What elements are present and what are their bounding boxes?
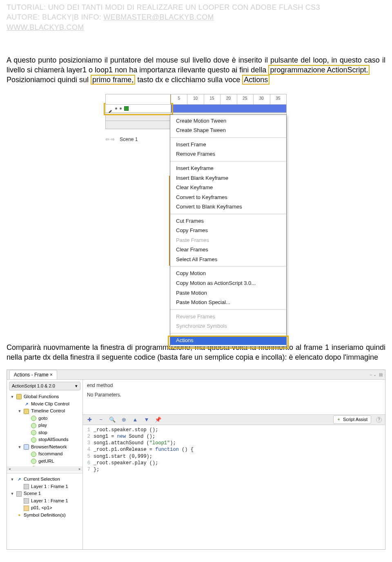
actionscript-version-select[interactable]: ActionScript 1.0 & 2.0 ▾ <box>9 382 80 390</box>
find-icon[interactable]: 🔍 <box>109 416 116 423</box>
context-menu-item[interactable]: Insert Frame <box>170 140 286 150</box>
arrow-icon: ↗ <box>24 401 29 407</box>
figure-timeline-context-menu: 5 10 15 20 25 30 35 <box>105 94 287 146</box>
paragraph-1: A questo punto posizioniamo il puntatore… <box>7 55 385 85</box>
highlight-actions: Actions <box>242 75 270 85</box>
context-menu-item[interactable]: Copy Frames <box>170 226 286 235</box>
scrollbar-horizontal[interactable]: ◂▸ <box>7 466 82 471</box>
info-no-parameters: No Parameters. <box>83 390 385 414</box>
down-icon[interactable]: ▼ <box>143 416 150 423</box>
header-site-link[interactable]: WWW.BLACKYB.COM <box>7 23 84 31</box>
pencil-icon <box>108 106 113 111</box>
context-menu-item[interactable]: Create Motion Tween <box>170 116 286 126</box>
context-menu-item[interactable]: Select All Frames <box>170 255 286 264</box>
tree-item[interactable]: stopAllSounds <box>9 436 81 443</box>
arrow-icon: ↗ <box>16 477 22 482</box>
help-icon[interactable]: ? <box>376 417 382 423</box>
context-menu-item[interactable]: Cut Frames <box>170 216 286 226</box>
figure-actions-panel: Actions - Frame × – ⌄ ▤ ActionScript 1.0… <box>7 369 385 549</box>
clap-icon <box>24 498 29 504</box>
doc-header: TUTORIAL: UNO DEI TANTI MODI DI REALIZZA… <box>7 2 385 32</box>
book-icon <box>16 394 22 399</box>
actions-left-column: ActionScript 1.0 & 2.0 ▾ ▼Global Functio… <box>7 380 83 549</box>
fn-icon <box>31 459 36 464</box>
fn-icon <box>31 452 36 457</box>
panel-menu-icon[interactable]: ▤ <box>379 372 383 378</box>
stage-area <box>105 176 170 266</box>
header-line1: TUTORIAL: UNO DEI TANTI MODI DI REALIZZA… <box>7 2 385 12</box>
fn-icon <box>31 430 36 435</box>
context-menu-item[interactable]: Convert to Keyframes <box>170 193 286 202</box>
scene-nav-icons: ⇦ ⇨ <box>105 136 115 143</box>
tree-item[interactable]: ▼Scene 1 <box>9 490 81 497</box>
timeline-frames-selected[interactable] <box>171 105 287 113</box>
script-assist-button[interactable]: ✦ Script Assist <box>333 415 371 424</box>
tree-item[interactable]: stop <box>9 429 81 437</box>
highlight-actionscript: programmazione ActionScript. <box>268 65 370 75</box>
context-menu-item[interactable]: Clear Frames <box>170 245 286 255</box>
color-chip-icon <box>124 106 129 111</box>
fn-icon <box>31 437 36 443</box>
tree-item[interactable]: ▼Browser/Network <box>9 443 81 451</box>
context-menu-item[interactable]: Remove Frames <box>170 149 286 159</box>
tree-item[interactable]: ▼↗Current Selection <box>9 476 81 483</box>
tree-item[interactable]: fscommand <box>9 450 81 458</box>
panel-collapse-icon[interactable]: – ⌄ <box>370 372 376 378</box>
tree-item[interactable]: p01, <p1> <box>9 504 81 512</box>
tree-item[interactable]: ✦Symbol Definition(s) <box>9 512 81 519</box>
timeline-layer-row[interactable] <box>105 105 287 113</box>
clap-icon <box>16 491 22 497</box>
bookblue-icon <box>24 444 29 450</box>
actions-script-navigator[interactable]: ▼↗Current SelectionLayer 1 : Frame 1▼Sce… <box>7 475 82 549</box>
tree-item[interactable]: Layer 1 : Frame 1 <box>9 483 81 490</box>
context-menu-item: Paste Frames <box>170 235 286 245</box>
dot-icon <box>120 107 122 110</box>
context-menu-item[interactable]: Paste Motion Special... <box>170 298 286 307</box>
tree-item[interactable]: goto <box>9 415 81 422</box>
tree-item[interactable]: play <box>9 422 81 429</box>
timeline-ruler: 5 10 15 20 25 30 35 <box>171 94 287 105</box>
up-icon[interactable]: ▲ <box>132 416 138 423</box>
sym-icon <box>24 506 29 511</box>
context-menu-item[interactable]: Paste Motion <box>170 288 286 298</box>
header-line2: AUTORE: BLACKY|B INFO: WEBMASTER@BLACKYB… <box>7 12 385 22</box>
actions-toolbox-tree[interactable]: ▼Global Functions↗Movie Clip Control▼Tim… <box>7 392 82 466</box>
fn-icon <box>31 423 36 428</box>
pin-icon[interactable]: 📌 <box>155 416 161 423</box>
tree-item[interactable]: ▼Global Functions <box>9 393 81 401</box>
highlight-primo-frame: primo frame, <box>91 75 135 85</box>
context-menu-item[interactable]: Insert Keyframe <box>170 163 286 173</box>
context-menu-item[interactable]: Copy Motion <box>170 269 286 278</box>
scene-label: Scene 1 <box>120 136 138 143</box>
fn-icon <box>31 416 36 421</box>
context-menu-item[interactable]: Insert Blank Keyframe <box>170 173 286 183</box>
context-menu-item: Reverse Frames <box>170 312 286 322</box>
chevron-down-icon: ▾ <box>75 383 78 389</box>
header-email-link[interactable]: WEBMASTER@BLACKYB.COM <box>103 13 214 21</box>
context-menu-item[interactable]: Clear Keyframe <box>170 183 286 193</box>
script-toolbar: ✚ − 🔍 ⊕ ▲ ▼ 📌 ✦ Script Assist ? <box>83 414 385 425</box>
context-menu-item[interactable]: Actions <box>170 336 286 345</box>
context-menu-item[interactable]: Copy Motion as ActionScript 3.0... <box>170 278 286 288</box>
clap-icon <box>24 484 29 489</box>
code-editor[interactable]: 1_root.speaker.stop ();2song1 = new Soun… <box>83 425 385 477</box>
tree-item[interactable]: Layer 1 : Frame 1 <box>9 497 81 505</box>
tree-item[interactable]: getURL <box>9 458 81 465</box>
minus-icon[interactable]: − <box>98 416 104 423</box>
context-menu-item[interactable]: Convert to Blank Keyframes <box>170 202 286 212</box>
book-icon <box>24 409 29 414</box>
timeline-layer-header <box>105 94 171 105</box>
info-end-method: end method <box>83 380 385 390</box>
tree-item[interactable]: ▼Timeline Control <box>9 408 81 415</box>
context-menu-item[interactable]: Create Shape Tween <box>170 125 286 135</box>
actions-frame-tab[interactable]: Actions - Frame × <box>9 370 57 379</box>
context-menu: Create Motion TweenCreate Shape TweenIns… <box>170 114 287 347</box>
target-icon[interactable]: ⊕ <box>120 416 127 423</box>
dot-icon <box>115 107 117 110</box>
add-icon[interactable]: ✚ <box>86 416 93 423</box>
wand-icon: ✦ <box>337 416 341 423</box>
star-icon: ✦ <box>16 513 22 518</box>
tree-item[interactable]: ↗Movie Clip Control <box>9 401 81 408</box>
context-menu-item: Synchronize Symbols <box>170 321 286 331</box>
